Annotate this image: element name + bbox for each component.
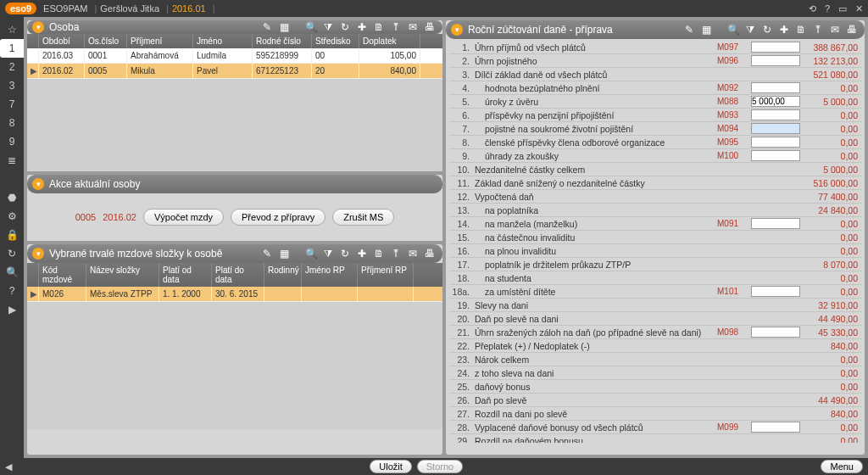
row-code[interactable]: M098 [717, 327, 751, 337]
row-input[interactable] [751, 96, 800, 107]
filter-icon[interactable]: ⧩ [320, 20, 336, 34]
table-row[interactable]: 2016.030001AbrahámováLudmila595218999001… [27, 48, 442, 64]
menu-button[interactable]: Menu [821, 460, 863, 473]
export-icon[interactable]: ⤒ [810, 23, 826, 36]
sidebar-item[interactable]: ? [0, 282, 24, 300]
row-code[interactable]: M101 [717, 287, 751, 296]
column-header[interactable]: Platí do data [212, 263, 264, 287]
grid-icon[interactable]: ▦ [698, 23, 714, 36]
grid-icon[interactable]: ▦ [276, 20, 292, 34]
row-code[interactable]: M088 [717, 97, 751, 106]
mail-icon[interactable]: ✉ [827, 23, 843, 36]
column-header[interactable]: Os.číslo [85, 34, 127, 48]
sidebar-item[interactable] [0, 170, 24, 188]
sidebar-item[interactable]: 9 [0, 132, 24, 151]
row-input[interactable] [751, 150, 800, 161]
row-code[interactable]: M097 [717, 42, 751, 52]
sidebar-item[interactable]: 1 [0, 39, 24, 58]
sidebar-item[interactable]: 2 [0, 58, 24, 76]
refresh-icon[interactable]: ↻ [760, 23, 775, 36]
column-header[interactable]: Příjmení RP [358, 263, 414, 287]
sidebar-item[interactable]: ⬣ [0, 188, 24, 207]
sidebar-item[interactable]: ↻ [0, 244, 24, 263]
filter-icon[interactable]: ⧩ [743, 23, 758, 36]
search-icon[interactable]: 🔍 [303, 20, 319, 34]
zrusit-button[interactable]: Zrušit MS [332, 209, 394, 226]
prevod-button[interactable]: Převod z přípravy [231, 209, 326, 226]
row-input[interactable] [751, 422, 800, 433]
sidebar-item[interactable]: ⚙ [0, 207, 24, 226]
edit-icon[interactable]: ✎ [259, 20, 275, 34]
os-link[interactable]: 0005 [75, 212, 96, 222]
close-icon[interactable]: ✕ [855, 3, 863, 14]
export-icon[interactable]: ⤒ [388, 20, 403, 34]
edit-icon[interactable]: ✎ [682, 23, 697, 36]
tax-body[interactable]: 1.Úhrn příjmů od všech plátcůM097388 867… [446, 39, 865, 443]
chevron-left-icon[interactable]: ◀ [5, 461, 12, 472]
table-row[interactable]: ▶M026Měs.sleva ZTPP1. 1. 200030. 6. 2015 [27, 287, 442, 302]
row-input[interactable] [751, 137, 800, 148]
sidebar-item[interactable]: ≣ [0, 151, 24, 170]
print-icon[interactable]: 🖶 [422, 247, 437, 260]
breadcrumb-item-active[interactable]: 2016.01 [172, 3, 206, 14]
sidebar-item[interactable]: 8 [0, 114, 24, 132]
column-header[interactable]: Doplatek [359, 34, 420, 48]
add-icon[interactable]: ✚ [776, 23, 792, 36]
row-input[interactable] [751, 55, 800, 66]
mail-icon[interactable]: ✉ [405, 247, 420, 260]
row-code[interactable]: M100 [717, 151, 751, 160]
row-code[interactable]: M096 [717, 56, 751, 65]
column-header[interactable]: Název složky [86, 263, 159, 287]
mail-icon[interactable]: ✉ [405, 20, 420, 34]
collapse-icon[interactable]: ▾ [32, 21, 44, 33]
doc-icon[interactable]: 🗎 [371, 20, 387, 34]
row-code[interactable]: M091 [717, 219, 751, 228]
column-header[interactable]: Kód mzdové [39, 263, 86, 287]
help-icon[interactable]: ? [825, 3, 830, 14]
sidebar-item[interactable]: ▶ [0, 300, 24, 319]
breadcrumb-item[interactable]: Geršlová Jitka [100, 3, 159, 14]
add-icon[interactable]: ✚ [354, 247, 370, 260]
collapse-icon[interactable]: ▾ [32, 178, 44, 190]
add-icon[interactable]: ✚ [354, 20, 370, 34]
collapse-icon[interactable]: ▾ [451, 24, 463, 36]
osoba-grid[interactable]: ObdobíOs.čísloPříjmeníJménoRodné čísloSt… [27, 34, 442, 79]
sidebar-item[interactable]: 🔒 [0, 226, 24, 244]
row-input[interactable] [751, 42, 800, 53]
cancel-button[interactable]: Storno [417, 460, 463, 473]
row-code[interactable]: M094 [717, 124, 751, 133]
window-icon[interactable]: ▭ [838, 3, 847, 14]
search-icon[interactable]: 🔍 [726, 23, 741, 36]
column-header[interactable]: Rodné číslo [253, 34, 312, 48]
edit-icon[interactable]: ✎ [259, 247, 275, 260]
row-input[interactable] [751, 82, 800, 93]
sidebar-item[interactable]: 3 [0, 76, 24, 95]
collapse-icon[interactable]: ▾ [32, 248, 44, 260]
column-header[interactable]: Rodinný [264, 263, 302, 287]
period-link[interactable]: 2016.02 [103, 212, 136, 222]
sidebar-item[interactable]: 🔍 [0, 263, 24, 282]
export-icon[interactable]: ⤒ [388, 247, 403, 260]
breadcrumb-item[interactable]: ESO9PAM [43, 3, 87, 14]
row-input[interactable] [751, 286, 800, 297]
table-row[interactable]: ▶2016.020005MikulaPavel67122512320840,00 [27, 64, 442, 79]
refresh-icon[interactable]: ↻ [337, 20, 353, 34]
column-header[interactable]: Období [39, 34, 85, 48]
print-icon[interactable]: 🖶 [844, 23, 860, 36]
search-icon[interactable]: 🔍 [303, 247, 319, 260]
column-header[interactable]: Jméno RP [302, 263, 358, 287]
row-code[interactable]: M093 [717, 110, 751, 120]
filter-icon[interactable]: ⧩ [320, 247, 336, 260]
row-code[interactable]: M099 [717, 422, 751, 432]
doc-icon[interactable]: 🗎 [371, 247, 387, 260]
row-input[interactable] [751, 123, 800, 134]
grid-icon[interactable]: ▦ [276, 247, 292, 260]
column-header[interactable]: Příjmení [127, 34, 193, 48]
save-button[interactable]: Uložit [370, 460, 412, 473]
column-header[interactable]: Platí od data [159, 263, 212, 287]
row-code[interactable]: M095 [717, 137, 751, 147]
skladky-grid[interactable]: Kód mzdovéNázev složkyPlatí od dataPlatí… [27, 263, 442, 302]
column-header[interactable]: Středisko [312, 34, 359, 48]
sidebar-item[interactable]: 7 [0, 95, 24, 114]
vypocet-button[interactable]: Výpočet mzdy [143, 209, 224, 226]
